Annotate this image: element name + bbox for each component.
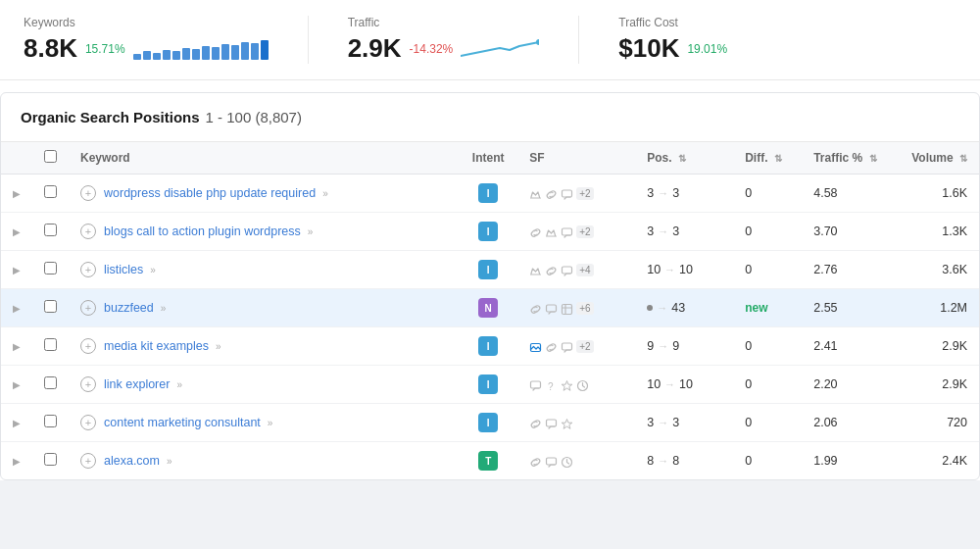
row-expand-6[interactable]: ▶ [1, 404, 32, 442]
svg-text:?: ? [548, 381, 554, 392]
svg-rect-5 [563, 304, 572, 314]
row-expand-4[interactable]: ▶ [1, 327, 32, 366]
row-checkbox-input-5[interactable] [44, 376, 57, 389]
add-icon-6[interactable]: + [80, 415, 96, 430]
row-checkbox-0[interactable] [32, 175, 69, 213]
chat-icon [545, 415, 558, 429]
pos-cell-3: →43 [635, 289, 733, 327]
bar-1 [133, 54, 141, 60]
row-checkbox-input-0[interactable] [44, 185, 57, 198]
svg-rect-3 [563, 267, 572, 274]
keyword-chevron-6: » [268, 418, 273, 428]
row-checkbox-3[interactable] [32, 289, 69, 327]
row-expand-3[interactable]: ▶ [1, 289, 32, 327]
row-checkbox-input-6[interactable] [44, 415, 57, 427]
bar-14 [261, 40, 269, 60]
keyword-cell-6: + content marketing consultant » [69, 404, 459, 442]
keyword-link-3[interactable]: buzzfeed [104, 301, 154, 315]
row-checkbox-4[interactable] [32, 327, 69, 366]
row-checkbox-input-4[interactable] [44, 338, 57, 351]
volume-value-0: 1.6K [942, 186, 967, 200]
pos-arrow-5: → [664, 378, 675, 390]
traffic-pct-value-2: 2.76 [813, 263, 837, 276]
sf-cell-4: +2 [517, 327, 635, 366]
svg-rect-4 [547, 305, 557, 312]
add-icon-5[interactable]: + [80, 376, 96, 392]
svg-rect-14 [547, 458, 557, 465]
add-icon-3[interactable]: + [80, 300, 96, 316]
sf-icons-0: +2 [529, 185, 623, 200]
svg-rect-12 [547, 420, 557, 426]
add-icon-1[interactable]: + [80, 224, 96, 239]
table-row: ▶ + media kit examples » I+29→902.412.9K [1, 327, 979, 366]
pos-cell-1: 3→3 [635, 213, 733, 251]
diff-sort-icon: ⇅ [774, 153, 782, 164]
row-checkbox-input-3[interactable] [44, 300, 57, 313]
row-checkbox-input-7[interactable] [44, 453, 57, 466]
keyword-link-0[interactable]: wordpress disable php update required [104, 186, 316, 200]
row-checkbox-2[interactable] [32, 251, 69, 289]
row-expand-5[interactable]: ▶ [1, 366, 32, 404]
th-traffic-pct[interactable]: Traffic % ⇅ [802, 142, 900, 175]
row-checkbox-input-1[interactable] [44, 224, 57, 236]
keyword-link-6[interactable]: content marketing consultant [104, 416, 261, 429]
traffic-sparkline [461, 34, 539, 64]
sf-cell-1: +2 [517, 213, 635, 251]
traffic-pct-value-7: 1.99 [813, 454, 837, 468]
row-expand-7[interactable]: ▶ [1, 442, 32, 480]
crown-icon [529, 262, 542, 276]
traffic-change: -14.32% [410, 42, 454, 56]
th-intent: Intent [459, 142, 517, 175]
sf-icons-7 [529, 453, 623, 468]
add-icon-4[interactable]: + [80, 338, 96, 354]
row-expand-1[interactable]: ▶ [1, 213, 32, 251]
intent-badge-5: I [478, 374, 498, 394]
keyword-link-7[interactable]: alexa.com [104, 454, 160, 468]
pos-from-4: 9 [647, 339, 654, 353]
diff-cell-5: 0 [733, 366, 802, 404]
sf-cell-2: +4 [517, 251, 635, 289]
th-pos[interactable]: Pos. ⇅ [635, 142, 733, 175]
bar-9 [212, 47, 220, 60]
diff-value-7: 0 [745, 454, 752, 468]
keyword-cell-3: + buzzfeed » [69, 289, 459, 327]
pos-to-6: 3 [672, 416, 679, 429]
row-checkbox-5[interactable] [32, 366, 69, 404]
traffic-pct-cell-7: 1.99 [802, 442, 900, 480]
traffic-cost-metric: Traffic Cost $10K 19.01% [618, 16, 766, 64]
sf-cell-0: +2 [517, 175, 635, 213]
traffic-pct-value-0: 4.58 [813, 186, 837, 200]
row-checkbox-7[interactable] [32, 442, 69, 480]
th-diff[interactable]: Diff. ⇅ [733, 142, 802, 175]
add-icon-2[interactable]: + [80, 262, 96, 277]
diff-cell-4: 0 [733, 327, 802, 366]
row-expand-0[interactable]: ▶ [1, 175, 32, 213]
keyword-link-5[interactable]: link explorer [104, 377, 170, 391]
intent-cell-3: N [459, 289, 517, 327]
row-checkbox-6[interactable] [32, 404, 69, 442]
row-expand-2[interactable]: ▶ [1, 251, 32, 289]
svg-rect-7 [563, 343, 572, 350]
keyword-link-1[interactable]: blogs call to action plugin wordpress [104, 225, 301, 238]
pos-from-7: 8 [647, 454, 654, 468]
row-checkbox-1[interactable] [32, 213, 69, 251]
pos-to-2: 10 [679, 263, 693, 276]
keyword-cell-4: + media kit examples » [69, 327, 459, 366]
keyword-link-2[interactable]: listicles [104, 263, 143, 276]
keyword-link-4[interactable]: media kit examples [104, 339, 209, 353]
pos-to-1: 3 [672, 225, 679, 238]
traffic-pct-value-5: 2.20 [813, 377, 837, 391]
add-icon-7[interactable]: + [80, 453, 96, 469]
pos-cell-0: 3→3 [635, 175, 733, 213]
pos-cell-5: 10→10 [635, 366, 733, 404]
pos-from-2: 10 [647, 263, 661, 276]
th-volume[interactable]: Volume ⇅ [900, 142, 979, 175]
volume-cell-2: 3.6K [900, 251, 979, 289]
section-title: Organic Search Positions [21, 109, 200, 125]
traffic-pct-cell-1: 3.70 [802, 213, 900, 251]
select-all-checkbox[interactable] [44, 150, 57, 163]
row-checkbox-input-2[interactable] [44, 262, 57, 274]
add-icon-0[interactable]: + [80, 185, 96, 201]
volume-value-2: 3.6K [942, 263, 967, 276]
question-icon: ? [545, 376, 558, 391]
